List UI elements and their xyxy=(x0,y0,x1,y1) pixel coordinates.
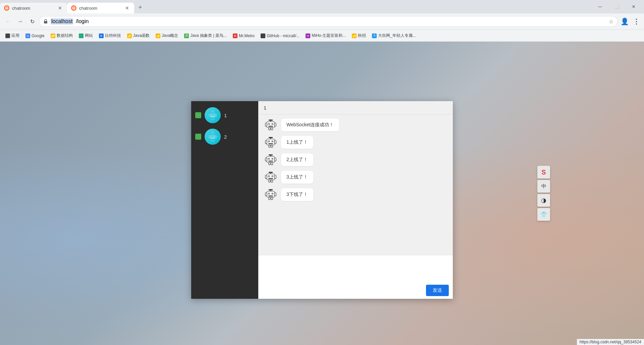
svg-rect-84 xyxy=(271,197,273,200)
nav-bar: ← → ↻ localhost/login ☆ 👤 ⋮ xyxy=(0,13,644,29)
side-icon-shirt[interactable]: 👕 xyxy=(537,208,550,221)
bookmark-google-label: Google xyxy=(32,33,45,38)
svg-point-22 xyxy=(211,136,211,137)
status-url: https://blog.csdn.net/qq_38534524 xyxy=(580,340,641,344)
bookmark-java-concept[interactable]: 📁 Java概念 xyxy=(153,31,181,40)
bookmark-street[interactable]: 大 大街网_年轻人专属... xyxy=(369,31,419,40)
svg-rect-64 xyxy=(265,175,267,179)
more-options-button[interactable]: ⋮ xyxy=(631,16,641,27)
google-icon: G xyxy=(25,33,30,38)
forward-button[interactable]: → xyxy=(15,16,25,27)
svg-rect-52 xyxy=(265,158,267,161)
bookmark-website-label: 网站 xyxy=(85,33,93,39)
user-item-1[interactable]: 1 xyxy=(191,105,258,126)
tab-1[interactable]: chatroom ✕ xyxy=(0,3,67,13)
svg-point-33 xyxy=(272,124,273,124)
bookmark-apps[interactable]: ⬛ 应用 xyxy=(3,31,22,40)
tab2-close-button[interactable]: ✕ xyxy=(124,5,130,11)
svg-rect-60 xyxy=(271,162,273,165)
svg-rect-46 xyxy=(268,143,273,144)
svg-rect-6 xyxy=(216,114,217,117)
back-button[interactable]: ← xyxy=(3,16,13,27)
bookmark-apps-label: 应用 xyxy=(11,33,19,39)
svg-rect-83 xyxy=(269,197,270,200)
new-tab-button[interactable]: + xyxy=(136,3,145,12)
bookmark-java-abstract-label: Java 抽象类 | 菜鸟... xyxy=(190,33,226,39)
message-row-5: 3下线了！ xyxy=(264,188,447,202)
svg-rect-70 xyxy=(268,178,273,179)
user1-robot-icon xyxy=(206,109,219,122)
tab1-favicon xyxy=(4,5,9,11)
title-bar: chatroom ✕ chatroom ✕ + — ⬜ ✕ xyxy=(0,0,644,13)
folder1-icon: 📁 xyxy=(51,33,55,38)
profile-icon[interactable]: 👤 xyxy=(619,16,630,27)
browser-frame: chatroom ✕ chatroom ✕ + — ⬜ ✕ ← → ↻ xyxy=(0,0,644,345)
reload-button[interactable]: ↻ xyxy=(27,16,38,27)
minimize-button[interactable]: — xyxy=(592,1,608,12)
svg-rect-16 xyxy=(208,135,210,138)
bookmark-java-abstract[interactable]: 菜 Java 抽象类 | 菜鸟... xyxy=(181,31,229,40)
address-bar[interactable]: localhost/login ☆ xyxy=(39,16,618,27)
bookmark-java-func[interactable]: 📁 Java函数 xyxy=(124,31,152,40)
svg-point-68 xyxy=(269,176,269,177)
svg-rect-58 xyxy=(268,161,273,161)
send-button[interactable]: 发送 xyxy=(426,285,449,296)
msg1-robot-icon xyxy=(264,119,277,132)
github-icon: ⬛ xyxy=(261,33,265,38)
user2-avatar xyxy=(205,129,221,145)
msg1-text: WebSocket连接成功！ xyxy=(286,122,334,127)
status-bar: https://blog.csdn.net/qq_38534524 xyxy=(577,339,644,345)
bookmark-github[interactable]: ⬛ GitHub - miccall/... xyxy=(258,32,302,40)
svg-rect-77 xyxy=(274,193,276,196)
msg4-text: 3上线了！ xyxy=(286,174,308,180)
bookmark-metro[interactable]: M Mr.Metro xyxy=(230,32,257,40)
bookmark-bit[interactable]: B 比特科技 xyxy=(96,31,124,40)
bookmark-data-struct[interactable]: 📁 数据结构 xyxy=(48,31,75,40)
messages-area[interactable]: WebSocket连接成功！ xyxy=(258,115,453,255)
globe-icon: 🌐 xyxy=(79,33,84,38)
bookmark-street-label: 大街网_年轻人专属... xyxy=(378,33,416,39)
lock-icon xyxy=(43,19,48,24)
svg-point-12 xyxy=(214,115,214,115)
side-icon-s[interactable]: S xyxy=(537,166,550,179)
bookmark-autumn[interactable]: 📁 秋招 xyxy=(349,31,369,40)
svg-rect-25 xyxy=(269,120,273,121)
msg2-bubble: 1上线了！ xyxy=(281,136,313,149)
chat-header: 1 xyxy=(258,101,453,115)
svg-rect-82 xyxy=(268,196,273,196)
nav-right-icons: 👤 ⋮ xyxy=(619,16,641,27)
svg-rect-13 xyxy=(211,116,214,117)
tab1-close-button[interactable]: ✕ xyxy=(57,5,63,11)
message-row-1: WebSocket连接成功！ xyxy=(264,119,447,133)
close-button[interactable]: ✕ xyxy=(626,1,641,12)
page-content: 1 xyxy=(0,42,644,345)
metro-icon: M xyxy=(233,33,237,38)
tab-2[interactable]: chatroom ✕ xyxy=(67,3,134,13)
bookmark-star-icon[interactable]: ☆ xyxy=(609,18,613,25)
maximize-button[interactable]: ⬜ xyxy=(609,1,625,12)
user1-status-dot xyxy=(195,112,201,118)
bookmark-miho-label: MiHo-主题安装和... xyxy=(312,33,346,39)
svg-point-56 xyxy=(269,158,269,159)
bookmark-website[interactable]: 🌐 网站 xyxy=(76,31,96,40)
msg4-bubble: 3上线了！ xyxy=(281,171,313,184)
side-icon-dark[interactable]: ◑ xyxy=(537,194,550,207)
window-controls: — ⬜ ✕ xyxy=(592,0,644,13)
svg-rect-38 xyxy=(270,138,271,139)
msg3-text: 2上线了！ xyxy=(286,157,308,162)
svg-rect-76 xyxy=(265,193,267,196)
user-item-2[interactable]: 2 xyxy=(191,126,258,147)
svg-rect-4 xyxy=(210,113,216,118)
bookmark-java-func-label: Java函数 xyxy=(133,33,150,39)
svg-rect-51 xyxy=(267,156,275,162)
svg-rect-19 xyxy=(213,140,215,142)
svg-rect-75 xyxy=(267,191,275,197)
svg-point-14 xyxy=(211,131,214,134)
bookmark-miho[interactable]: M MiHo-主题安装和... xyxy=(303,31,348,40)
svg-point-81 xyxy=(272,193,273,194)
svg-rect-35 xyxy=(269,128,270,130)
url-path: /login xyxy=(76,18,89,24)
message-input[interactable] xyxy=(262,258,449,283)
side-icon-chinese[interactable]: 中 xyxy=(537,180,550,193)
bookmark-google[interactable]: G Google xyxy=(23,32,47,40)
